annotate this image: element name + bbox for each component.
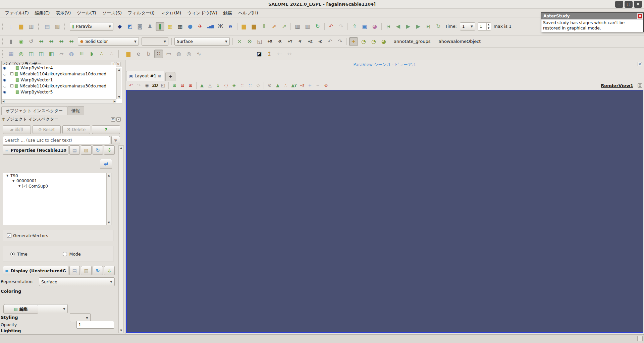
reset-range-icon[interactable]: ↺ (27, 37, 36, 46)
contour-filter-icon[interactable]: ≋ (77, 50, 86, 58)
tree-item[interactable]: ▼TS0 (3, 173, 111, 179)
rotate-camera-cw-icon[interactable]: ◔ (359, 37, 368, 46)
pipeline-horizontal-scrollbar[interactable]: ◀ ▶ (2, 99, 116, 103)
scroll-up-icon[interactable]: ▲ (117, 68, 121, 71)
black-white-background-icon[interactable]: ◪ (255, 50, 264, 58)
camera-undo-icon[interactable]: ↶ (127, 82, 135, 89)
pipeline-item[interactable]: ◡−▩N6cable1104zikuryokumainasu10do.med (2, 71, 116, 77)
scroll-left-icon[interactable]: ◀ (2, 100, 4, 103)
module-hydro-icon[interactable]: ✈ (196, 22, 205, 31)
new-layout-tab-button[interactable]: + (165, 72, 175, 81)
visibility-on-eye-icon[interactable]: ◉ (2, 78, 8, 82)
property-up-icon[interactable]: ⇧ (350, 22, 359, 31)
clip-filter-icon[interactable]: ◫ (27, 50, 36, 58)
slice-filter-icon[interactable]: ◫ (37, 50, 46, 58)
visibility-on-eye-icon[interactable]: ◉ (2, 90, 8, 94)
menu-item[interactable]: 表示(V) (53, 9, 74, 17)
scroll-down-icon[interactable]: ▼ (117, 95, 121, 98)
minimize-button[interactable]: – (615, 1, 623, 8)
help-button[interactable]: ? (92, 125, 120, 134)
representation-combo[interactable]: Surface ▼ (174, 37, 230, 46)
rotate-90-ccw-icon[interactable]: ↶ (326, 37, 334, 46)
macro-show-salome-object-button[interactable]: ShowSalomeObject (439, 39, 481, 44)
zoom-closest-icon[interactable]: ⊗ (245, 37, 254, 46)
tree-vertical-scrollbar[interactable]: ▲ ▼ (106, 173, 111, 225)
zoom-box-icon[interactable]: ◱ (159, 82, 167, 89)
tree-expand-arrow-icon[interactable]: ▼ (18, 185, 21, 188)
close-tab-icon[interactable]: ⊠ (158, 74, 161, 78)
search-options-button[interactable]: ∗ (111, 136, 120, 144)
export-data-icon[interactable]: ⇗ (270, 22, 278, 31)
vcr-play-icon[interactable]: ▶ (404, 22, 413, 31)
vcr-last-frame-icon[interactable]: ▶| (424, 22, 433, 31)
rescale-custom-range-icon[interactable]: ↔ (47, 37, 56, 46)
query-points-icon[interactable]: ∘? (298, 82, 306, 89)
search-input[interactable] (3, 136, 110, 144)
pipeline-vertical-scrollbar[interactable]: ▲ ▼ (116, 68, 121, 99)
menu-item[interactable]: ソース(S) (99, 9, 125, 17)
clip-closed-surface-icon[interactable]: ◧ (47, 50, 56, 58)
save-defaults-button[interactable]: ⇩ (104, 145, 115, 155)
toolbar-drag-handle[interactable] (2, 50, 5, 58)
grow-selection-icon[interactable]: + (306, 82, 314, 89)
visibility-off-eye-icon[interactable]: ◡ (2, 72, 8, 76)
reset-camera-icon[interactable]: × (235, 37, 244, 46)
interactive-select-icon[interactable]: ⊙ (266, 82, 273, 89)
pipeline-item[interactable]: ◡−▩N6cable1104zikuryokumainasu30do.med (2, 83, 116, 89)
scroll-down-icon[interactable]: ▼ (107, 221, 111, 224)
plot-over-time-icon[interactable]: ∿ (195, 50, 203, 58)
rescale-visible-range-icon[interactable]: ↔ (67, 37, 76, 46)
resize-grip[interactable] (637, 336, 643, 341)
view-minus-y-icon[interactable]: -Y (296, 37, 304, 46)
rescale-temporal-range-icon[interactable]: ↔ (57, 37, 66, 46)
open-study-icon[interactable]: ▆ (239, 22, 248, 31)
module-jobmanager-icon[interactable]: ▂▅▇ (206, 22, 215, 31)
view-options-icon[interactable]: ▤ (638, 83, 642, 88)
pipeline-item[interactable]: ◉▩WarpByVector5 (2, 89, 116, 95)
module-homard-icon[interactable]: ♟ (146, 22, 154, 31)
maximize-button[interactable]: ▢ (625, 1, 633, 8)
edit-color-map-button[interactable]: ▧編集 (3, 305, 38, 314)
menu-item[interactable]: フィルター(i) (125, 9, 158, 17)
pipeline-item-label[interactable]: WarpByVector1 (20, 77, 53, 82)
stream-tracer-icon[interactable]: ∴ (97, 50, 106, 58)
spin-down-icon[interactable]: ▼ (487, 26, 491, 30)
vcr-next-frame-icon[interactable]: ▶ (414, 22, 423, 31)
clear-selection-icon[interactable]: ⊘ (322, 82, 330, 89)
torus-source-icon[interactable]: ◎ (184, 50, 193, 58)
hover-cells-icon[interactable]: ▲ (274, 82, 281, 89)
module-openturns-icon[interactable]: Ж (216, 22, 225, 31)
extract-box-icon[interactable]: ▱ (57, 50, 66, 58)
select-points-frustum-icon[interactable]: ∷ (238, 82, 246, 89)
center-axes-visibility-icon[interactable]: + (349, 37, 358, 46)
time-combo[interactable]: 1 ▼ (460, 22, 475, 30)
visibility-on-eye-icon[interactable]: ◉ (2, 66, 8, 70)
generate-vectors-checkbox[interactable]: ✓ (7, 233, 11, 238)
toggle-2d-icon[interactable]: 2D (151, 82, 159, 89)
edit-scalar-bar-icon[interactable]: ↥ (265, 50, 274, 58)
glyph-filter-icon[interactable]: ◍ (67, 50, 76, 58)
vcr-first-frame-icon[interactable]: |◀ (384, 22, 392, 31)
tree-item-label[interactable]: 00000001 (16, 179, 37, 183)
toolbar-drag-handle[interactable] (38, 23, 41, 30)
rotate-camera-ccw-icon[interactable]: ◔ (369, 37, 378, 46)
calculator-filter-icon[interactable]: ▦ (7, 50, 15, 58)
reload-files-button[interactable]: ⇄ (100, 159, 112, 169)
color-by-combo[interactable]: ● Solid Color ▼ (78, 37, 139, 46)
pipeline-item-label[interactable]: WarpByVector5 (20, 89, 53, 94)
color-map-editor-icon[interactable]: ◉ (17, 37, 25, 46)
close-viewer-icon[interactable]: × (638, 62, 642, 66)
capture-screenshot-icon[interactable]: ◉ (143, 82, 151, 89)
module-hexablock-icon[interactable]: ● (186, 22, 195, 31)
pipeline-item-label[interactable]: N6cable1104zikuryokumainasu10do.med (19, 71, 106, 76)
solver-e-icon[interactable]: e (134, 50, 143, 58)
scroll-up-icon[interactable]: ▲ (107, 174, 111, 177)
view-minus-x-icon[interactable]: -X (275, 37, 284, 46)
import-data-icon[interactable]: ⇩ (260, 22, 268, 31)
refresh-properties-button[interactable]: ↻ (93, 145, 103, 155)
pipeline-item[interactable]: ◉▩WarpByVector4 (2, 65, 116, 71)
tree-item-label[interactable]: ComSup0 (29, 184, 48, 189)
display-header-button[interactable]: = Display (UnstructuredG (3, 266, 68, 275)
cylinder-source-icon[interactable]: ▭ (164, 50, 173, 58)
scroll-up-icon[interactable]: ▲ (119, 146, 123, 149)
